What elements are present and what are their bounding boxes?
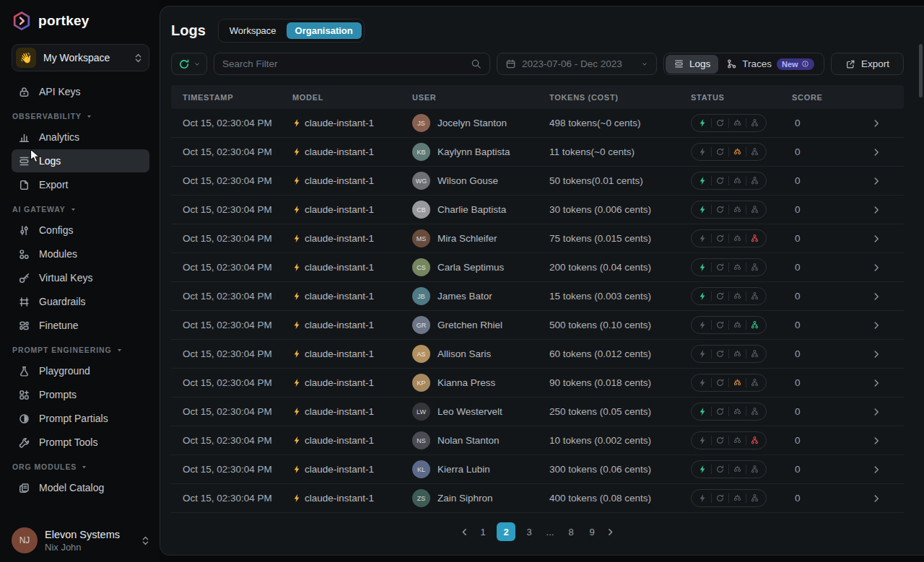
- status-divider: [728, 436, 729, 445]
- page-8[interactable]: 8: [564, 523, 578, 540]
- retry-icon: [715, 205, 725, 214]
- chevron-right-icon[interactable]: [871, 436, 881, 446]
- table-row[interactable]: Oct 15, 02:30:04 PMclaude-instant-1MSMir…: [171, 224, 904, 253]
- bolt-icon: [292, 378, 302, 387]
- section-header-observability[interactable]: OBSERVABILITY: [12, 112, 149, 120]
- search-input[interactable]: [222, 58, 465, 69]
- status-divider: [728, 176, 729, 185]
- table-row[interactable]: Oct 15, 02:30:04 PMclaude-instant-1JBJam…: [171, 282, 904, 311]
- tab-workspace[interactable]: Workspace: [221, 22, 285, 39]
- page-3[interactable]: 3: [522, 523, 536, 540]
- bolt-icon: [292, 118, 302, 128]
- chevron-right-icon[interactable]: [871, 234, 881, 244]
- tokens-cell: 15 tokens (0.003 cents): [549, 291, 691, 302]
- status-pill: [691, 316, 767, 334]
- table-row[interactable]: Oct 15, 02:30:04 PMclaude-instant-1KBKay…: [171, 138, 904, 167]
- section-header-ai-gateway[interactable]: AI GATEWAY: [12, 205, 149, 214]
- sidebar-item-guardrails[interactable]: Guardrails: [12, 290, 149, 313]
- sidebar-item-prompt-tools[interactable]: Prompt Tools: [12, 431, 149, 454]
- scrollbar-thumb[interactable]: [919, 44, 923, 97]
- sidebar-item-label: Configs: [39, 224, 73, 236]
- sidebar-item-modules[interactable]: Modules: [12, 242, 149, 265]
- workspace-selector[interactable]: 👋 My Workspace: [12, 44, 149, 71]
- refresh-button[interactable]: [171, 53, 207, 75]
- prev-page-icon[interactable]: [460, 527, 469, 537]
- status-divider: [728, 147, 729, 157]
- sidebar-item-api-keys[interactable]: API Keys: [12, 80, 149, 103]
- sidebar-item-label: Prompt Partials: [39, 413, 108, 424]
- status-cell: [691, 287, 792, 305]
- chevron-right-icon[interactable]: [871, 465, 881, 475]
- sidebar-item-export[interactable]: Export: [12, 173, 149, 196]
- page-2[interactable]: 2: [497, 522, 515, 541]
- chevron-right-icon[interactable]: [871, 349, 881, 359]
- sidebar-item-model-catalog[interactable]: Model Catalog: [12, 476, 149, 499]
- model-cell: claude-instant-1: [292, 233, 412, 244]
- chevron-right-icon[interactable]: [871, 493, 881, 504]
- tab-traces[interactable]: Traces New: [718, 55, 821, 74]
- status-cell: [691, 460, 792, 478]
- chevron-right-icon[interactable]: [871, 407, 881, 417]
- row-detail: [864, 436, 904, 446]
- table-row[interactable]: Oct 15, 02:30:04 PMclaude-instant-1WGWil…: [171, 167, 904, 196]
- status-pill: [691, 229, 767, 247]
- status-divider: [711, 436, 712, 445]
- page-1[interactable]: 1: [476, 523, 490, 540]
- loadbalance-icon: [733, 291, 742, 301]
- section-header-org-modules[interactable]: ORG MODULES: [12, 462, 149, 471]
- status-divider: [711, 291, 712, 301]
- sidebar-item-virtual-keys[interactable]: Virtual Keys: [12, 266, 149, 289]
- table-row[interactable]: Oct 15, 02:30:04 PMclaude-instant-1KPKia…: [171, 369, 904, 398]
- chevron-right-icon[interactable]: [871, 291, 881, 302]
- status-cell: [691, 316, 792, 334]
- bolt-icon: [292, 493, 302, 503]
- chevron-right-icon[interactable]: [871, 263, 881, 273]
- status-pill: [691, 258, 767, 276]
- table-row[interactable]: Oct 15, 02:30:04 PMclaude-instant-1JSJoc…: [171, 109, 904, 138]
- user-name: Jocelyn Stanton: [437, 118, 507, 128]
- table-row[interactable]: Oct 15, 02:30:04 PMclaude-instant-1GRGre…: [171, 311, 904, 340]
- chevron-right-icon[interactable]: [871, 147, 881, 157]
- next-page-icon[interactable]: [606, 527, 615, 537]
- tab-organisation[interactable]: Organisation: [287, 22, 362, 39]
- status-divider: [711, 349, 712, 359]
- column-header-user: USER: [412, 93, 549, 102]
- finetune-icon: [18, 320, 30, 332]
- chevron-right-icon[interactable]: [871, 118, 881, 128]
- sidebar-item-playground[interactable]: Playground: [12, 359, 149, 382]
- score-cell: 0: [792, 464, 864, 475]
- column-header-score: SCORE: [792, 93, 864, 102]
- export-button[interactable]: Export: [831, 53, 904, 75]
- workspace-label: My Workspace: [43, 52, 127, 63]
- account-selector[interactable]: NJ Elevon Systems Nix John: [12, 520, 149, 553]
- sidebar-item-logs[interactable]: Logs: [12, 149, 149, 172]
- sidebar-item-analytics[interactable]: Analytics: [12, 126, 149, 149]
- sidebar-item-finetune[interactable]: Finetune: [12, 314, 149, 337]
- tree-icon: [750, 436, 759, 445]
- sidebar-item-label: Prompts: [39, 389, 77, 400]
- configs-icon: [18, 224, 30, 237]
- chevron-right-icon[interactable]: [871, 320, 881, 330]
- table-row[interactable]: Oct 15, 02:30:04 PMclaude-instant-1CBCha…: [171, 196, 904, 224]
- chevron-right-icon[interactable]: [871, 205, 881, 215]
- table-row[interactable]: Oct 15, 02:30:04 PMclaude-instant-1ASAll…: [171, 340, 904, 369]
- status-divider: [711, 407, 712, 416]
- status-divider: [746, 147, 746, 157]
- table-row[interactable]: Oct 15, 02:30:04 PMclaude-instant-1NSNol…: [171, 426, 904, 455]
- bolt-icon: [698, 263, 707, 272]
- chevron-right-icon[interactable]: [871, 378, 881, 388]
- avatar: KB: [412, 143, 430, 161]
- page-9[interactable]: 9: [585, 523, 599, 540]
- table-row[interactable]: Oct 15, 02:30:04 PMclaude-instant-1LWLeo…: [171, 398, 904, 426]
- table-row[interactable]: Oct 15, 02:30:04 PMclaude-instant-1KLKie…: [171, 455, 904, 484]
- sidebar-item-configs[interactable]: Configs: [12, 219, 149, 242]
- chevron-right-icon[interactable]: [871, 176, 881, 186]
- table-row[interactable]: Oct 15, 02:30:04 PMclaude-instant-1ZSZai…: [171, 484, 904, 513]
- sidebar-item-prompt-partials[interactable]: Prompt Partials: [12, 407, 149, 430]
- section-header-prompt-engineering[interactable]: PROMPT ENGINEERING: [12, 346, 149, 354]
- status-divider: [746, 493, 746, 503]
- table-row[interactable]: Oct 15, 02:30:04 PMclaude-instant-1CSCar…: [171, 253, 904, 282]
- date-range-picker[interactable]: 2023-07-06 - Dec 2023: [497, 53, 657, 75]
- sidebar-item-prompts[interactable]: Prompts: [12, 383, 149, 406]
- tab-logs[interactable]: Logs: [666, 55, 718, 74]
